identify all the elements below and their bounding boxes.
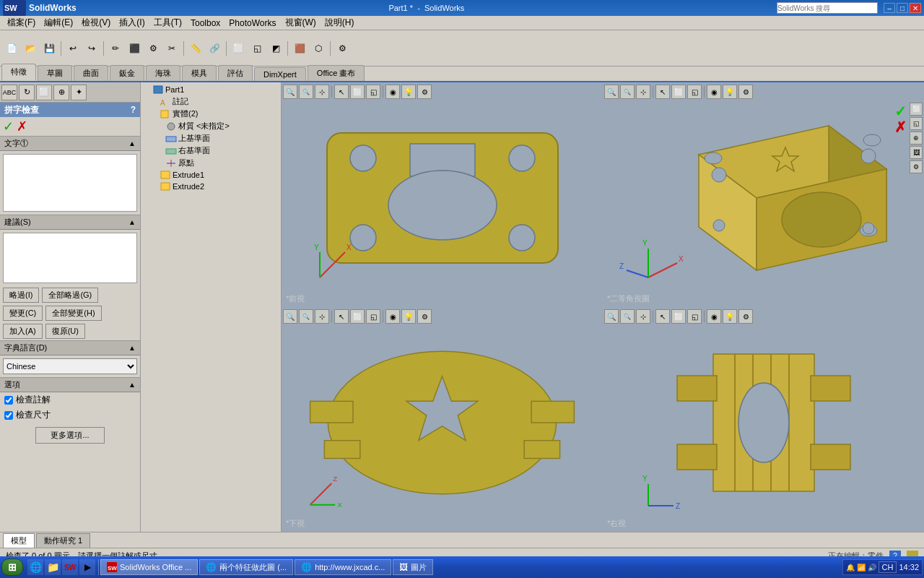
- change-all-button[interactable]: 全部變更(H): [45, 306, 101, 321]
- panel-tool-box[interactable]: ⬜: [36, 85, 52, 100]
- cancel-button[interactable]: ✗: [17, 118, 27, 134]
- taskbar-item-images[interactable]: 🖼 圖片: [393, 559, 433, 575]
- tab-evaluate[interactable]: 評估: [218, 65, 253, 81]
- vp-right-zoom-out[interactable]: 🔍: [620, 309, 635, 324]
- vp-right-view[interactable]: ◉: [707, 309, 721, 324]
- vp-iso-zoom-out[interactable]: 🔍: [620, 85, 635, 99]
- quicklaunch-media[interactable]: ▶: [79, 559, 95, 575]
- vp-right-fit[interactable]: ⊹: [636, 309, 650, 324]
- vp-right-section[interactable]: ◱: [687, 309, 702, 324]
- suggestions-arrow[interactable]: ▲: [128, 218, 136, 226]
- restore-button[interactable]: 復原(U): [45, 324, 85, 339]
- vp-iso-fit[interactable]: ⊹: [636, 85, 650, 99]
- vp-right-settings[interactable]: ⚙: [738, 309, 753, 324]
- vp-front-display[interactable]: ⬜: [350, 85, 365, 99]
- viewport-isometric[interactable]: 🔍 🔍 ⊹ ↖ ⬜ ◱ ◉ 💡 ⚙ ✓ ✗ ⬜: [603, 82, 924, 307]
- tab-surface[interactable]: 曲面: [74, 65, 108, 81]
- panel-tool-crosshair[interactable]: ⊕: [53, 85, 69, 100]
- vp-front-light[interactable]: 💡: [401, 85, 416, 99]
- vp-bottom-zoom-in[interactable]: 🔍: [283, 309, 297, 324]
- more-options-button[interactable]: 更多選項...: [35, 427, 104, 444]
- check-annotations-checkbox[interactable]: [4, 396, 13, 405]
- skip-all-button[interactable]: 全部略過(G): [42, 288, 98, 303]
- suggestions-list[interactable]: [3, 233, 137, 283]
- menu-toolbox[interactable]: Toolbox: [186, 17, 225, 30]
- vp-front-zoom-in[interactable]: 🔍: [283, 85, 297, 99]
- toolbar-save[interactable]: 💾: [40, 40, 58, 57]
- tab-mold[interactable]: 模具: [182, 65, 217, 81]
- toolbar-mate[interactable]: 🔗: [206, 40, 223, 57]
- vp-iso-settings[interactable]: ⚙: [738, 85, 753, 99]
- add-button[interactable]: 加入(A): [3, 324, 43, 339]
- tree-material[interactable]: 材質 <未指定>: [142, 120, 279, 132]
- vp-iso-light[interactable]: 💡: [723, 85, 737, 99]
- toolbar-revolve[interactable]: ⚙: [144, 40, 162, 57]
- toolbar-new[interactable]: 📄: [3, 40, 20, 57]
- tree-origin[interactable]: 原點: [142, 157, 279, 169]
- tab-office[interactable]: Office 畫布: [308, 65, 365, 81]
- menu-insert[interactable]: 插入(I): [115, 15, 149, 30]
- vp-iso-section[interactable]: ◱: [687, 85, 702, 99]
- quicklaunch-explorer[interactable]: 📁: [45, 559, 61, 575]
- vp-front-select[interactable]: ↖: [334, 85, 349, 99]
- change-button[interactable]: 變更(C): [3, 306, 43, 321]
- vp-bottom-zoom-out[interactable]: 🔍: [299, 309, 313, 324]
- options-arrow[interactable]: ▲: [128, 381, 136, 389]
- tab-features[interactable]: 特徵: [1, 64, 36, 81]
- viewport-front[interactable]: 🔍 🔍 ⊹ ↖ ⬜ ◱ ◉ 💡 ⚙: [282, 82, 603, 307]
- tab-sketch[interactable]: 草圖: [38, 65, 72, 81]
- quicklaunch-sw[interactable]: SW: [62, 559, 78, 575]
- vp-right-select[interactable]: ↖: [655, 309, 670, 324]
- toolbar-sketch[interactable]: ✏: [107, 40, 124, 57]
- menu-view[interactable]: 檢視(V): [77, 15, 115, 30]
- vp-bottom-section[interactable]: ◱: [366, 309, 380, 324]
- dictionary-select[interactable]: Chinese English Japanese: [3, 358, 137, 374]
- quicklaunch-ie[interactable]: 🌐: [27, 559, 43, 575]
- vp-iso-zoom-in[interactable]: 🔍: [604, 85, 619, 99]
- bottom-tab-model[interactable]: 模型: [3, 533, 35, 548]
- toolbar-view-section[interactable]: ◩: [267, 40, 284, 57]
- vp-front-view[interactable]: ◉: [385, 85, 400, 99]
- tab-dimxpert[interactable]: DimXpert: [254, 67, 306, 81]
- vp-right-display[interactable]: ⬜: [671, 309, 686, 324]
- text-input-area[interactable]: [3, 154, 137, 212]
- vp-front-zoom-out[interactable]: 🔍: [299, 85, 313, 99]
- vp-bottom-light[interactable]: 💡: [401, 309, 416, 324]
- toolbar-view-front[interactable]: ⬜: [230, 40, 247, 57]
- tree-extrude1[interactable]: Extrude1: [142, 169, 279, 181]
- vp-bottom-fit[interactable]: ⊹: [315, 309, 329, 324]
- tree-body[interactable]: 實體(2): [142, 108, 279, 120]
- menu-file[interactable]: 檔案(F): [3, 15, 40, 30]
- vp-right-light[interactable]: 💡: [723, 309, 737, 324]
- tab-sheet-metal[interactable]: 鈑金: [110, 65, 144, 81]
- toolbar-display-wire[interactable]: ⬡: [310, 40, 327, 57]
- menu-tools[interactable]: 工具(T): [149, 15, 186, 30]
- tree-plane-right[interactable]: 右基準面: [142, 144, 279, 157]
- taskbar-item-sw[interactable]: SW SolidWorks Office ...: [100, 559, 198, 575]
- toolbar-display-shade[interactable]: 🟫: [291, 40, 308, 57]
- start-button[interactable]: ⊞: [1, 558, 23, 576]
- vp-bottom-settings[interactable]: ⚙: [417, 309, 432, 324]
- confirm-button[interactable]: ✓: [3, 118, 14, 134]
- tree-extrude2[interactable]: Extrude2: [142, 181, 279, 192]
- taskbar-item-browser1[interactable]: 🌐 兩个特征做此圖 (...: [199, 559, 293, 575]
- viewport-right[interactable]: 🔍 🔍 ⊹ ↖ ⬜ ◱ ◉ 💡 ⚙: [603, 307, 924, 532]
- toolbar-extrude[interactable]: ⬛: [126, 40, 143, 57]
- tab-weldment[interactable]: 海珠: [146, 65, 180, 81]
- toolbar-view-iso[interactable]: ◱: [248, 40, 266, 57]
- tree-plane-top[interactable]: 上基準面: [142, 132, 279, 144]
- close-button[interactable]: ✕: [910, 3, 921, 13]
- menu-photoworks[interactable]: PhotoWorks: [225, 17, 280, 30]
- vp-iso-view[interactable]: ◉: [707, 85, 721, 99]
- panel-tool-abc[interactable]: ABC: [1, 85, 17, 100]
- vp-front-section[interactable]: ◱: [366, 85, 380, 99]
- vp-iso-display[interactable]: ⬜: [671, 85, 686, 99]
- vp-front-fit[interactable]: ⊹: [315, 85, 329, 99]
- taskbar-item-browser2[interactable]: 🌐 http://www.jxcad.c...: [295, 559, 391, 575]
- toolbar-redo[interactable]: ↪: [83, 40, 100, 57]
- vp-bottom-display[interactable]: ⬜: [350, 309, 365, 324]
- vp-bottom-view[interactable]: ◉: [385, 309, 400, 324]
- menu-window[interactable]: 視窗(W): [281, 15, 321, 30]
- check-dimensions-checkbox[interactable]: [4, 411, 13, 420]
- vp-right-zoom-in[interactable]: 🔍: [604, 309, 619, 324]
